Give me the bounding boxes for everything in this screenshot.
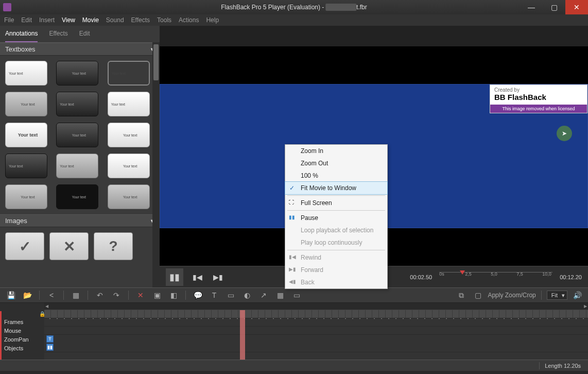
context-item: ◀▮Back bbox=[285, 276, 387, 288]
menu-separator bbox=[287, 210, 385, 211]
menu-tools[interactable]: Tools bbox=[157, 16, 171, 24]
watermark-banner: This image removed when licensed bbox=[490, 105, 587, 113]
timeline-accent bbox=[0, 311, 2, 360]
clone-button[interactable]: ⧉ bbox=[455, 290, 468, 301]
textbox-preset[interactable]: Your text bbox=[108, 92, 150, 116]
maximize-button[interactable]: ▢ bbox=[543, 0, 565, 14]
minimize-button[interactable]: — bbox=[520, 0, 543, 14]
current-time: 00:02.50 bbox=[410, 274, 432, 280]
close-button[interactable]: ✕ bbox=[565, 0, 588, 14]
section-images-header[interactable]: Images ▼ bbox=[0, 214, 160, 227]
context-menu: Zoom InZoom Out100 %Fit Movie to Window⛶… bbox=[285, 144, 388, 289]
textbox-preset[interactable]: Your text bbox=[56, 123, 98, 147]
lock-icon: 🔒 bbox=[39, 311, 45, 317]
context-item[interactable]: Zoom Out bbox=[285, 157, 387, 169]
context-item[interactable]: Fit Movie to Window bbox=[285, 182, 387, 194]
context-item[interactable]: Zoom In bbox=[285, 145, 387, 157]
textbox-preset[interactable]: Your text bbox=[5, 61, 47, 86]
time-ruler[interactable]: 0s 2,5 5,0 7,5 10,0 bbox=[439, 272, 552, 282]
textbox-preset[interactable]: Your text bbox=[56, 184, 98, 209]
context-item[interactable]: ▮▮Pause bbox=[285, 212, 387, 224]
textbox-preset[interactable]: Your text bbox=[56, 92, 98, 116]
apply-zoom-label[interactable]: Apply Zoom/Crop bbox=[488, 292, 535, 299]
context-item[interactable]: ⛶Full Screen bbox=[285, 197, 387, 209]
undo-button[interactable]: ↶ bbox=[93, 290, 107, 301]
track-label-objects[interactable]: Objects bbox=[0, 345, 44, 353]
timeline-hscroll[interactable] bbox=[44, 303, 588, 310]
speech-button[interactable]: 💬 bbox=[191, 290, 204, 301]
menu-insert[interactable]: Insert bbox=[39, 16, 55, 24]
delete-button[interactable]: ✕ bbox=[134, 290, 147, 301]
timeline-tracks[interactable]: 🔒 T ▮▮ bbox=[44, 303, 588, 360]
track-label-zoompan[interactable]: ZoomPan bbox=[0, 336, 44, 345]
menu-sound[interactable]: Sound bbox=[106, 16, 124, 24]
crop-button[interactable]: ▣ bbox=[150, 290, 164, 301]
button-button[interactable]: ▭ bbox=[290, 290, 303, 301]
textbox-preset[interactable]: Your text bbox=[5, 123, 47, 147]
textbox-preset[interactable]: Your text bbox=[56, 61, 98, 86]
textbox-preset[interactable]: Your text bbox=[5, 92, 47, 116]
menu-actions[interactable]: Actions bbox=[179, 16, 199, 24]
redo-button[interactable]: ↷ bbox=[110, 290, 123, 301]
context-item[interactable]: 100 % bbox=[285, 169, 387, 182]
app-icon bbox=[3, 3, 11, 11]
tab-effects[interactable]: Effects bbox=[49, 30, 67, 42]
left-scrollbar[interactable] bbox=[152, 42, 160, 287]
image-preset-cross[interactable]: ✕ bbox=[49, 232, 89, 260]
image-preset-question[interactable]: ? bbox=[94, 232, 133, 260]
next-button[interactable]: ▶▮ bbox=[211, 270, 224, 284]
context-item: ▶▮Forward bbox=[285, 264, 387, 276]
export-button[interactable]: ▦ bbox=[69, 290, 82, 301]
track-mouse[interactable] bbox=[44, 318, 588, 327]
menu-view[interactable]: View bbox=[62, 16, 75, 24]
watermark-line1: Created by bbox=[490, 85, 587, 93]
highlight-button[interactable]: ◐ bbox=[240, 290, 254, 301]
image-button[interactable]: ▭ bbox=[224, 290, 237, 301]
textbox-preset[interactable]: Your text bbox=[108, 184, 150, 209]
textbox-preset[interactable]: Your text bbox=[108, 123, 150, 147]
track-frames[interactable]: 🔒 bbox=[44, 310, 588, 318]
section-textboxes-header[interactable]: Textboxes ▼ bbox=[0, 43, 160, 56]
track-label-mouse[interactable]: Mouse bbox=[0, 327, 44, 336]
left-panel: Annotations Effects Edit Textboxes ▼ You… bbox=[0, 26, 160, 287]
open-button[interactable]: 📂 bbox=[21, 290, 34, 301]
menu-movie[interactable]: Movie bbox=[82, 16, 99, 24]
arrow-button[interactable]: ↗ bbox=[257, 290, 270, 301]
tab-edit[interactable]: Edit bbox=[79, 30, 90, 42]
total-time: 00:12.20 bbox=[560, 274, 582, 280]
titlebar: FlashBack Pro 5 Player (Evaluation) - t.… bbox=[0, 0, 588, 14]
track-zoompan[interactable] bbox=[44, 327, 588, 335]
object-pause-icon[interactable]: ▮▮ bbox=[46, 344, 54, 351]
menu-effects[interactable]: Effects bbox=[131, 16, 150, 24]
textbox-preset[interactable]: Your text bbox=[5, 184, 47, 209]
prev-button[interactable]: ▮◀ bbox=[191, 270, 204, 284]
timeline: Frames Mouse ZoomPan Objects 🔒 T ▮▮ bbox=[0, 303, 588, 360]
tool-button[interactable]: ◧ bbox=[167, 290, 180, 301]
section-images-label: Images bbox=[5, 217, 27, 225]
blur-button[interactable]: ▦ bbox=[273, 290, 287, 301]
save-button[interactable]: 💾 bbox=[4, 290, 18, 301]
object-text-icon[interactable]: T bbox=[46, 335, 54, 343]
pause-button[interactable]: ▮▮ bbox=[166, 268, 183, 286]
share-button[interactable]: < bbox=[45, 290, 58, 301]
image-preset-check[interactable]: ✓ bbox=[5, 232, 44, 260]
left-tabs: Annotations Effects Edit bbox=[0, 26, 160, 43]
textbox-preset[interactable]: Your text bbox=[108, 61, 150, 86]
scrollbar-thumb[interactable] bbox=[153, 44, 159, 80]
separator bbox=[185, 291, 186, 300]
textbox-preset[interactable]: Your text bbox=[108, 154, 150, 178]
screen-button[interactable]: ▢ bbox=[471, 290, 485, 301]
timeline-playhead[interactable] bbox=[240, 310, 245, 360]
text-button[interactable]: T bbox=[207, 290, 221, 301]
menu-file[interactable]: File bbox=[4, 16, 14, 24]
textbox-preset[interactable]: Your text bbox=[56, 154, 98, 178]
track-objects[interactable]: T ▮▮ bbox=[44, 335, 588, 352]
menu-help[interactable]: Help bbox=[206, 16, 219, 24]
track-label-frames[interactable]: Frames bbox=[0, 318, 44, 327]
playhead-marker[interactable] bbox=[460, 270, 465, 275]
menu-edit[interactable]: Edit bbox=[21, 16, 32, 24]
tab-annotations[interactable]: Annotations bbox=[5, 30, 38, 42]
volume-button[interactable]: 🔊 bbox=[570, 290, 584, 301]
fit-select[interactable]: Fit bbox=[547, 291, 567, 300]
textbox-preset[interactable]: Your text bbox=[5, 154, 47, 178]
